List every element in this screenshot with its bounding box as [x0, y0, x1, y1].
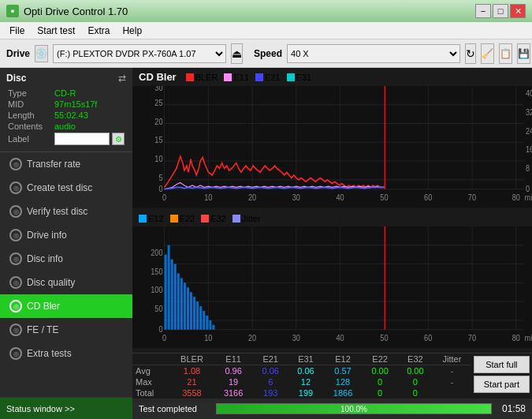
disc-mid-label: MID — [8, 99, 53, 109]
drive-select[interactable]: (F:) PLEXTOR DVDR PX-760A 1.07 — [53, 44, 226, 63]
maximize-button[interactable]: □ — [493, 4, 508, 18]
svg-text:20: 20 — [248, 193, 257, 202]
legend-e32: E32 — [201, 214, 226, 223]
svg-text:200: 200 — [151, 248, 163, 257]
sidebar-label-disc-info: Disc info — [27, 253, 63, 264]
legend-e32-label: E32 — [210, 214, 226, 223]
copy-button[interactable]: 📋 — [499, 43, 512, 64]
svg-text:10: 10 — [204, 193, 213, 202]
max-bler: 21 — [170, 376, 214, 387]
col-header-e12: E12 — [323, 354, 362, 365]
svg-rect-78 — [187, 287, 189, 329]
svg-text:70: 70 — [468, 333, 477, 342]
svg-text:5: 5 — [158, 173, 163, 182]
disc-type-label: Type — [8, 88, 53, 98]
sidebar-item-fe-te[interactable]: ◎ FE / TE — [0, 318, 132, 342]
status-window-button[interactable]: Status window >> — [0, 397, 132, 419]
time-display: 01:58 — [498, 403, 526, 414]
eject-button[interactable]: ⏏ — [231, 43, 243, 64]
sidebar-label-create-test-disc: Create test disc — [27, 182, 92, 193]
sidebar-item-extra-tests[interactable]: ◎ Extra tests — [0, 342, 132, 365]
refresh-button[interactable]: ↻ — [465, 43, 476, 64]
sidebar-item-disc-info[interactable]: ◎ Disc info — [0, 247, 132, 271]
sidebar-item-create-test-disc[interactable]: ◎ Create test disc — [0, 176, 132, 200]
sidebar-item-drive-info[interactable]: ◎ Drive info — [0, 223, 132, 247]
sidebar-item-transfer-rate[interactable]: ◎ Transfer rate — [0, 152, 132, 176]
total-e22: 0 — [363, 387, 398, 398]
main-area: Disc ⇄ Type CD-R MID 97m15s17f Length 55… — [0, 68, 532, 419]
sidebar-label-fe-te: FE / TE — [27, 324, 58, 335]
svg-text:50: 50 — [154, 304, 163, 313]
legend-bler-label: BLER — [195, 73, 218, 82]
drive-label: Drive — [6, 48, 30, 59]
col-header-e21: E21 — [253, 354, 288, 365]
disc-label-input[interactable] — [54, 133, 110, 145]
minimize-button[interactable]: − — [475, 4, 491, 18]
avg-e12: 0.57 — [323, 365, 362, 377]
start-part-button[interactable]: Start part — [474, 376, 530, 393]
menu-extra[interactable]: Extra — [81, 24, 116, 38]
close-button[interactable]: ✕ — [510, 4, 526, 18]
svg-text:min: min — [525, 333, 532, 342]
menu-file[interactable]: File — [3, 24, 31, 38]
erase-button[interactable]: 🧹 — [481, 43, 494, 64]
cd-bler-icon: ◎ — [9, 300, 22, 312]
disc-label-settings-button[interactable]: ⚙ — [112, 133, 125, 145]
menubar: File Start test Extra Help — [0, 22, 532, 39]
speed-select[interactable]: 40 X 8 X 16 X 24 X 32 X 48 X — [287, 44, 460, 63]
sidebar-item-cd-bler[interactable]: ◎ CD Bler — [0, 294, 132, 318]
svg-text:80: 80 — [512, 333, 521, 342]
legend-e22: E22 — [170, 214, 195, 223]
svg-text:0: 0 — [162, 193, 167, 202]
svg-text:8 X: 8 X — [526, 163, 532, 173]
e21-color — [255, 73, 263, 81]
cd-bler-chart: CD Bler BLER E11 E21 E3 — [132, 68, 532, 211]
svg-rect-84 — [206, 315, 208, 329]
svg-rect-71 — [165, 254, 167, 329]
col-header-e22: E22 — [363, 354, 398, 365]
disc-quality-icon: ◎ — [9, 276, 22, 289]
drive-info-icon: ◎ — [9, 229, 22, 241]
total-bler: 3558 — [170, 387, 214, 398]
disc-contents-label: Contents — [8, 122, 53, 131]
col-header-e11: E11 — [214, 354, 252, 365]
chart1-title: CD Bler — [139, 71, 177, 83]
col-header-jitter: Jitter — [433, 354, 471, 365]
avg-e32: 0.00 — [397, 365, 433, 377]
action-buttons: Start full Start part — [471, 354, 532, 398]
total-jitter — [433, 387, 471, 398]
verify-test-disc-icon: ◎ — [9, 205, 22, 218]
chart2-header: E12 E22 E32 Jitter — [132, 211, 532, 226]
e11-color — [224, 73, 232, 81]
content-area: CD Bler BLER E11 E21 E3 — [132, 68, 532, 419]
svg-rect-85 — [209, 320, 211, 329]
jitter-color — [233, 215, 240, 223]
max-e32: 0 — [397, 376, 433, 387]
svg-text:100: 100 — [151, 285, 163, 294]
legend-e11: E11 — [224, 73, 249, 82]
start-full-button[interactable]: Start full — [474, 356, 530, 373]
sidebar: Disc ⇄ Type CD-R MID 97m15s17f Length 55… — [0, 68, 132, 419]
total-e11: 3166 — [214, 387, 252, 398]
menu-help[interactable]: Help — [116, 24, 148, 38]
menu-start-test[interactable]: Start test — [31, 24, 81, 38]
sidebar-label-transfer-rate: Transfer rate — [27, 159, 80, 170]
svg-rect-74 — [174, 264, 177, 329]
svg-text:50: 50 — [380, 193, 389, 202]
svg-rect-73 — [171, 259, 173, 329]
stats-section: BLER E11 E21 E31 E12 E22 E32 Jitter Avg — [132, 353, 532, 398]
legend-e21-label: E21 — [265, 73, 281, 82]
sidebar-item-disc-quality[interactable]: ◎ Disc quality — [0, 271, 132, 294]
legend-e31: E31 — [287, 73, 312, 82]
speed-label: Speed — [254, 48, 282, 59]
disc-refresh-icon[interactable]: ⇄ — [118, 73, 126, 84]
svg-text:70: 70 — [468, 193, 477, 202]
svg-rect-80 — [193, 297, 195, 330]
e-chart: E12 E22 E32 Jitter — [132, 211, 532, 354]
status-window-label: Status window >> — [6, 404, 75, 413]
save-button[interactable]: 💾 — [517, 43, 530, 64]
sidebar-item-verify-test-disc[interactable]: ◎ Verify test disc — [0, 200, 132, 223]
disc-info-icon: ◎ — [9, 253, 22, 265]
svg-text:32 X: 32 X — [526, 107, 532, 117]
svg-text:50: 50 — [380, 333, 389, 342]
